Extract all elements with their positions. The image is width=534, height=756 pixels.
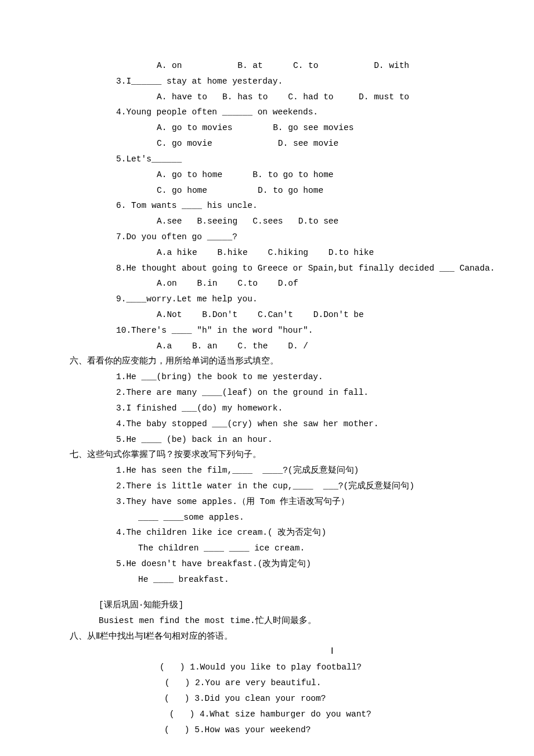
q5-options-b: C. go home D. to go home (41, 183, 493, 199)
s7-1: 1.He has seen the film,____ ____?(完成反意疑问… (41, 463, 493, 478)
q4-options-b: C. go movie D. see movie (41, 136, 493, 152)
proverb: Busiest men find the most time.忙人时间最多。 (41, 613, 493, 629)
q10-options: A.a B. an C. the D. / (41, 339, 493, 354)
spacer (41, 588, 493, 597)
q8-options: A.on B.in C.to D.of (41, 276, 493, 291)
s7-4-blank: The children ____ ____ ice cream. (41, 541, 493, 556)
q5-options-a: A. go to home B. to go to home (41, 167, 493, 183)
match-2: ( ) 2.You are very beautiful. (41, 675, 493, 691)
q10: 10.There's ____ "h" in the word "hour". (41, 323, 493, 339)
q6: 6. Tom wants ____ his uncle. (41, 198, 493, 214)
section-6-heading: 六、看看你的应变能力，用所给单词的适当形式填空。 (41, 354, 493, 369)
s6-4: 4.The baby stopped ___(cry) when she saw… (41, 416, 493, 432)
q6-options: A.see B.seeing C.sees D.to see (41, 214, 493, 229)
s6-3: 3.I finished ___(do) my homework. (41, 401, 493, 416)
s6-2: 2.There are many ____(leaf) on the groun… (41, 385, 493, 401)
s6-1: 1.He ___(bring) the book to me yesterday… (41, 369, 493, 385)
s7-4: 4.The children like ice cream.( 改为否定句) (41, 525, 493, 541)
s7-3-blank: ____ ____some apples. (41, 510, 493, 525)
q7-options: A.a hike B.hike C.hiking D.to hike (41, 245, 493, 261)
q3-options: A. have to B. has to C. had to D. must t… (41, 89, 493, 105)
s7-3: 3.They have some apples.（用 Tom 作主语改写句子） (41, 494, 493, 510)
q4: 4.Young people often ______ on weekends. (41, 105, 493, 120)
q4-options-a: A. go to movies B. go see movies (41, 120, 493, 136)
q7: 7.Do you often go _____? (41, 229, 493, 245)
q8: 8.He thought about going to Greece or Sp… (41, 261, 493, 276)
match-3: ( ) 3.Did you clean your room? (41, 691, 493, 707)
s7-5-blank: He ____ breakfast. (41, 572, 493, 588)
q9-options: A.Not B.Don't C.Can't D.Don't be (41, 307, 493, 323)
section-8-heading: 八、从Ⅱ栏中找出与Ⅰ栏各句相对应的答语。 (41, 629, 493, 645)
post-section-label: [课后巩固·知能升级] (41, 597, 493, 613)
q5: 5.Let's______ (41, 152, 493, 167)
s7-5: 5.He doesn't have breakfast.(改为肯定句) (41, 556, 493, 572)
match-4: ( ) 4.What size hamburger do you want? (41, 707, 493, 722)
match-1: ( ) 1.Would you like to play football? (41, 660, 493, 675)
q9: 9.____worry.Let me help you. (41, 291, 493, 307)
q3: 3.I______ stay at home yesterday. (41, 74, 493, 89)
q2-options: A. on B. at C. to D. with (41, 58, 493, 74)
match-5: ( ) 5.How was your weekend? (41, 722, 493, 738)
s7-2: 2.There is little water in the cup,____ … (41, 478, 493, 494)
s6-5: 5.He ____ (be) back in an hour. (41, 432, 493, 448)
section-7-heading: 七、这些句式你掌握了吗？按要求改写下列句子。 (41, 447, 493, 463)
column-1-label: Ⅰ (41, 644, 493, 660)
